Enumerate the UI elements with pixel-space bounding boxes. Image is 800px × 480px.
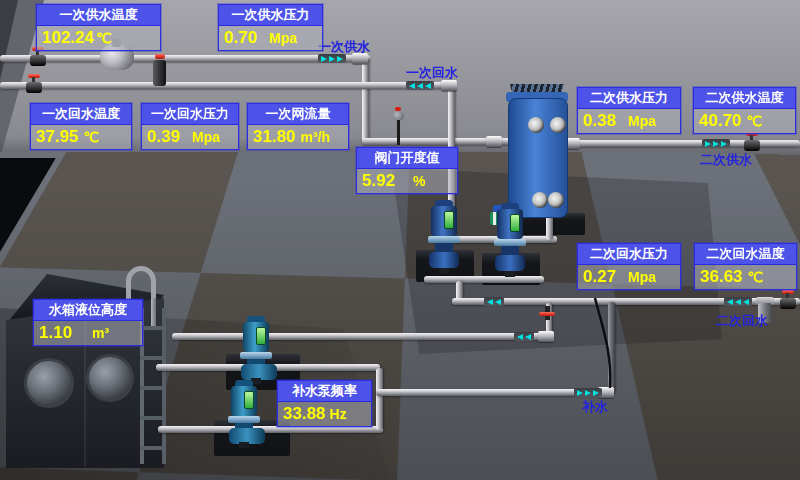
gauge-secondary-return-pressure: 二次回水压力 0.27Mpa <box>577 243 681 290</box>
valve-secondary-supply[interactable] <box>744 132 760 151</box>
gauge-value: 31.80 <box>253 127 296 147</box>
flow-arrows-tank-line <box>514 332 534 341</box>
pipe-label-secondary-return: 二次回水 <box>716 312 768 330</box>
gauge-title: 一次回水压力 <box>142 104 238 125</box>
pipe-primary-supply <box>0 55 370 62</box>
pipe-label-primary-return: 一次回水 <box>406 64 458 82</box>
hx-port <box>550 117 566 133</box>
pipe-tank-line <box>172 333 550 340</box>
gauge-title: 一次网流量 <box>248 104 348 125</box>
gauge-unit: m³ <box>92 325 109 341</box>
bypass-valve[interactable] <box>153 54 166 88</box>
gauge-title: 二次供水温度 <box>694 88 795 109</box>
gauge-unit: m³/h <box>301 129 331 145</box>
gauge-secondary-return-temp: 二次回水温度 36.63℃ <box>694 243 797 290</box>
valve-primary-return[interactable] <box>26 74 42 93</box>
pipe-label-secondary-supply: 二次供水 <box>700 151 752 169</box>
pipe-pump-suction-manifold <box>424 276 544 283</box>
pipe-primary-supply-drop <box>362 58 369 144</box>
pump-status-light <box>244 391 254 409</box>
pump-status-light <box>256 327 266 345</box>
control-valve[interactable] <box>390 107 406 145</box>
gauge-title: 一次回水温度 <box>31 104 131 125</box>
gauge-unit: Mpa <box>628 113 656 129</box>
valve-secondary-return[interactable] <box>780 290 796 309</box>
gauge-unit: ℃ <box>748 269 764 285</box>
tank-vent-pipe-leg <box>151 298 156 326</box>
gauge-unit: ℃ <box>84 129 100 145</box>
gauge-primary-return-temp: 一次回水温度 37.95℃ <box>30 103 132 150</box>
gauge-value: 0.39 <box>147 127 180 147</box>
gauge-value: 0.27 <box>583 267 616 287</box>
heat-exchanger[interactable] <box>500 82 586 216</box>
gauge-value: 5.92 <box>362 171 395 191</box>
makeup-pump-2[interactable] <box>228 380 266 442</box>
gauge-unit: % <box>413 173 425 189</box>
flow-arrows-secondary-return <box>724 297 752 306</box>
flow-arrows-primary-return <box>406 81 434 90</box>
pipe-primary-return <box>0 82 455 89</box>
gauge-secondary-supply-pressure: 二次供水压力 0.38Mpa <box>577 87 681 134</box>
gauge-unit: Hz <box>330 406 347 422</box>
pipe-makeup-pump-b-line <box>158 426 383 433</box>
tank-manhole <box>86 354 134 402</box>
gauge-title: 二次回水温度 <box>695 244 796 265</box>
gauge-title: 二次供水压力 <box>578 88 680 109</box>
hx-port <box>528 117 544 133</box>
gauge-value: 1.10 <box>39 323 72 343</box>
pipe-label-makeup: 补水 <box>582 398 608 416</box>
hx-port <box>532 192 548 208</box>
gauge-value: 0.38 <box>583 111 616 131</box>
makeup-pump-1[interactable] <box>240 316 278 378</box>
gauge-title: 一次供水温度 <box>37 5 160 26</box>
tank-vent-pipe <box>126 266 156 302</box>
hx-port <box>548 192 564 208</box>
gauge-primary-supply-temp: 一次供水温度 102.24℃ <box>36 4 161 51</box>
pipe-makeup-join <box>376 368 383 430</box>
gauge-makeup-pump-freq: 补水泵频率 33.88Hz <box>277 380 372 427</box>
gauge-unit: Mpa <box>269 30 297 46</box>
flow-arrows-suction <box>484 297 504 306</box>
gauge-valve-opening: 阀门开度值 5.92% <box>356 147 458 194</box>
gauge-secondary-supply-temp: 二次供水温度 40.70℃ <box>693 87 796 134</box>
gauge-title: 水箱液位高度 <box>34 300 142 321</box>
gauge-tank-level: 水箱液位高度 1.10m³ <box>33 299 143 346</box>
pump-status-light <box>510 214 520 232</box>
gauge-unit: Mpa <box>192 129 220 145</box>
flow-arrows-secondary-supply <box>702 139 730 148</box>
sensor-cable <box>592 296 618 392</box>
gauge-value: 36.63 <box>700 267 743 287</box>
gauge-primary-flow: 一次网流量 31.80m³/h <box>247 103 349 150</box>
gauge-value: 102.24 <box>42 28 94 48</box>
gauge-value: 37.95 <box>36 127 79 147</box>
pipe-label-primary-supply: 一次供水 <box>318 38 370 56</box>
gauge-primary-supply-pressure: 一次供水压力 0.70Mpa <box>218 4 323 51</box>
gauge-value: 33.88 <box>283 404 326 424</box>
circulation-pump-1[interactable] <box>428 200 460 274</box>
circulation-pump-2[interactable] <box>494 203 526 277</box>
pump-status-light <box>444 211 454 229</box>
tank-manhole <box>24 358 74 408</box>
gauge-unit: Mpa <box>628 269 656 285</box>
gauge-title: 阀门开度值 <box>357 148 457 169</box>
pipe-secondary-supply <box>560 140 800 147</box>
hmi-scene: 一次供水 一次回水 二次供水 二次回水 补水 一次供水温度 102.24℃ 一次… <box>0 0 800 480</box>
tank-ladder <box>140 308 166 464</box>
gauge-value: 0.70 <box>224 28 257 48</box>
pipe-flange <box>538 331 554 342</box>
gauge-title: 补水泵频率 <box>278 381 371 402</box>
gauge-value: 40.70 <box>699 111 742 131</box>
gauge-unit: ℃ <box>747 113 763 129</box>
valve-tee-drain[interactable] <box>539 306 555 322</box>
gauge-title: 二次回水压力 <box>578 244 680 265</box>
gauge-primary-return-pressure: 一次回水压力 0.39Mpa <box>141 103 239 150</box>
gauge-unit: ℃ <box>96 30 112 46</box>
gauge-title: 一次供水压力 <box>219 5 322 26</box>
